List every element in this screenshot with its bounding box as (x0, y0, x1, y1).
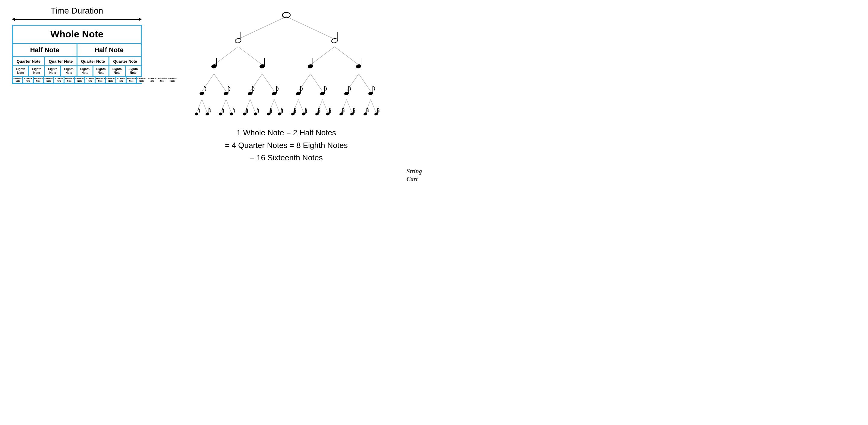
svg-line-17 (226, 99, 231, 113)
sixteenth-note-cell-6: SixteenthNote (64, 77, 74, 83)
svg-line-7 (214, 74, 226, 91)
sixteenth-note-cell-7: SixteenthNote (75, 77, 84, 83)
svg-line-1 (286, 17, 335, 39)
svg-point-30 (282, 12, 290, 18)
time-duration-label: Time Duration (12, 6, 142, 16)
svg-line-27 (347, 99, 352, 113)
eighth-note-cell-8: EighthNote (126, 66, 141, 76)
note-grid: Whole Note Half Note Half Note Quarter N… (12, 25, 142, 84)
sixteenth-note-cell-10: SixteenthNote (106, 77, 115, 83)
sixteenth-notes-row: SixteenthNote SixteenthNote SixteenthNot… (13, 77, 141, 83)
quarter-note-cell-4: Quarter Note (110, 57, 141, 65)
sixteenth-note-cell-13: SixteenthNote (137, 77, 146, 83)
tree-svg (188, 6, 384, 121)
arrow-right (138, 17, 142, 22)
sixteenth-note-cell-12: SixteenthNote (127, 77, 136, 83)
svg-line-3 (238, 47, 262, 65)
quarter-note-cell-2: Quarter Note (45, 57, 76, 65)
half-note-cell-2: Half Note (78, 44, 141, 56)
half-note-cell-1: Half Note (13, 44, 76, 56)
eighth-note-cell-3: EighthNote (45, 66, 60, 76)
svg-line-0 (238, 17, 286, 39)
right-side: 1 Whole Note = 2 Half Notes = 4 Quarter … (151, 6, 422, 183)
svg-line-9 (262, 74, 274, 91)
sixteenth-note-cell-8: SixteenthNote (85, 77, 95, 83)
half-notes-row: Half Note Half Note (13, 44, 141, 56)
svg-line-15 (202, 99, 207, 113)
sixteenth-note-cell-1: SixteenthNote (13, 77, 22, 83)
svg-line-25 (322, 99, 328, 113)
time-duration-arrow (12, 17, 142, 22)
svg-line-13 (359, 74, 371, 91)
sixteenth-note-cell-2: SixteenthNote (23, 77, 33, 83)
svg-line-21 (274, 99, 280, 113)
quarter-note-cell-3: Quarter Note (78, 57, 109, 65)
eighth-note-cell-5: EighthNote (78, 66, 93, 76)
sixteenth-note-cell-4: SixteenthNote (44, 77, 53, 83)
quarter-note-cell-1: Quarter Note (13, 57, 44, 65)
svg-line-2 (214, 47, 238, 65)
equation-line3: = 16 Sixteenth Notes (225, 152, 348, 164)
equation-line2: = 4 Quarter Notes = 8 Eighth Notes (225, 139, 348, 152)
eighth-note-cell-2: EighthNote (29, 66, 44, 76)
eighth-notes-row: EighthNote EighthNote EighthNote EighthN… (13, 66, 141, 76)
main-container: Time Duration Whole Note Half Note Half … (12, 6, 422, 183)
eighth-note-cell-6: EighthNote (93, 66, 108, 76)
quarter-notes-row: Quarter Note Quarter Note Quarter Note Q… (13, 57, 141, 65)
sixteenth-note-cell-9: SixteenthNote (96, 77, 105, 83)
equation-line1: 1 Whole Note = 2 Half Notes (225, 127, 348, 139)
svg-line-11 (310, 74, 322, 91)
svg-line-5 (335, 47, 359, 65)
equations: 1 Whole Note = 2 Half Notes = 4 Quarter … (225, 127, 348, 164)
sixteenth-note-cell-3: SixteenthNote (34, 77, 43, 83)
arrow-line (15, 19, 138, 20)
svg-line-29 (371, 99, 376, 113)
brand-name: StringCart (407, 168, 422, 182)
tree-diagram (188, 6, 384, 121)
brand-label: StringCart (407, 167, 422, 183)
sixteenth-note-cell-11: SixteenthNote (116, 77, 126, 83)
eighth-note-cell-7: EighthNote (110, 66, 124, 76)
arrow-left (12, 17, 15, 22)
eighth-note-cell-4: EighthNote (61, 66, 76, 76)
eighth-note-cell-1: EighthNote (13, 66, 28, 76)
whole-note-row: Whole Note (13, 26, 141, 43)
svg-line-4 (310, 47, 335, 65)
sixteenth-note-cell-5: SixteenthNote (54, 77, 64, 83)
svg-line-19 (250, 99, 255, 113)
svg-line-23 (299, 99, 304, 113)
left-side: Time Duration Whole Note Half Note Half … (12, 6, 142, 84)
